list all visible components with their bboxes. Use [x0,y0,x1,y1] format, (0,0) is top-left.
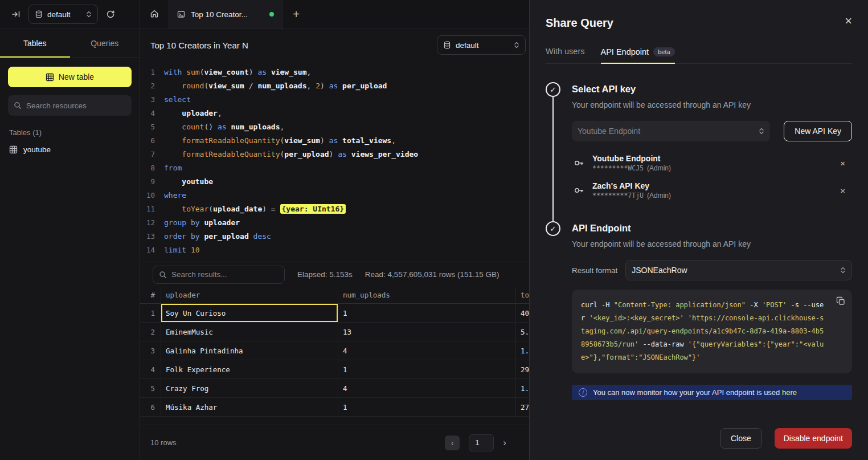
table-cell[interactable]: 6 [140,398,161,416]
copy-icon[interactable] [836,296,845,306]
search-resources-input[interactable] [26,101,126,110]
table-cell[interactable]: 1 [338,360,516,378]
table-cell[interactable]: 4 [338,341,516,360]
new-api-key-button[interactable]: New API Key [784,121,852,141]
table-row[interactable]: 1Soy Un Curioso1407 [140,304,529,323]
step-api-endpoint: ✓ API Endpoint Your endpoint will be acc… [546,221,852,417]
table-cell[interactable]: 1 [140,304,161,322]
table-cell[interactable]: EminemMusic [161,323,338,341]
api-key-select[interactable]: Youtube Endpoint [572,121,770,141]
tab-queries[interactable]: Queries [70,29,140,57]
table-cell[interactable]: Músika Azhar [161,398,338,416]
table-row[interactable]: 4Folk Experience1294 [140,360,529,379]
table-cell[interactable]: 13 [338,323,516,341]
disable-endpoint-button[interactable]: Disable endpoint [775,428,852,449]
query-icon [177,10,185,18]
sql-line[interactable]: with sum(view_count) as view_sum, [164,66,418,79]
result-format-value: JSONEachRow [632,266,687,275]
step2-check-icon: ✓ [546,221,560,236]
step1-title: Select API key [572,84,852,95]
sql-line[interactable]: toYear(upload_date) = {year: UInt16} [164,202,418,216]
sql-line[interactable]: limit 10 [164,243,418,257]
prev-page-button[interactable]: ‹ [445,435,460,450]
monitor-link[interactable]: here [782,388,797,397]
query-tab[interactable]: Top 10 Creator... [169,0,282,29]
sql-line[interactable]: round(view_sum / num_uploads, 2) as per_… [164,79,418,93]
topbar-db-select[interactable]: default [28,5,98,24]
column-header[interactable]: # [140,287,161,303]
sql-line[interactable]: where [164,189,418,202]
table-cell[interactable]: 3 [140,341,161,360]
sql-line[interactable]: count() as num_uploads, [164,120,418,134]
result-format-select[interactable]: JSONEachRow [625,260,852,280]
table-cell[interactable]: 4 [140,360,161,378]
search-icon [14,101,22,109]
sql-line[interactable]: formatReadableQuantity(view_sum) as tota… [164,134,418,148]
home-button[interactable] [140,0,169,29]
table-cell[interactable]: 4 [338,379,516,397]
table-cell[interactable]: 274 [516,398,529,416]
table-cell[interactable]: 1.1 [516,379,529,397]
table-row[interactable]: 2EminemMusic135.1 [140,323,529,341]
step1-rail: ✓ [546,82,560,221]
table-row[interactable]: 5Crazy Frog41.1 [140,379,529,398]
refresh-icon[interactable] [106,10,115,19]
curl-snippet: curl -H "Content-Type: application/json"… [572,290,852,373]
table-cell[interactable]: 5 [140,379,161,397]
editor-header: Top 10 Creators in Year N default [140,29,529,61]
elapsed-stat: Elapsed: 5.153s [297,270,353,279]
tab-api-endpoint[interactable]: API Endpoint beta [601,47,675,64]
home-icon [150,9,159,20]
sidebar-tabs: Tables Queries [0,29,140,58]
table-cell[interactable]: 294 [516,360,529,378]
close-icon[interactable]: × [845,15,852,27]
column-header[interactable]: num_uploads [338,287,516,303]
api-key-name: Zach's API Key [592,181,671,190]
collapse-sidebar-icon[interactable] [11,10,21,19]
chevron-updown-icon [86,10,92,18]
table-cell[interactable]: 5.1 [516,323,529,341]
remove-key-icon[interactable]: × [840,186,850,196]
database-icon [35,10,43,18]
table-cell[interactable]: Crazy Frog [161,379,338,397]
sql-line[interactable]: formatReadableQuantity(per_upload) as vi… [164,148,418,161]
query-editor: Top 10 Creators in Year N default 123456… [140,29,529,460]
table-cell[interactable]: 1.4 [516,341,529,360]
search-results-input[interactable] [171,270,279,279]
table-cell[interactable]: 407 [516,304,529,322]
api-key-meta: *********WCJ5 (Admin) [592,164,671,172]
result-format-label: Result format [572,266,617,275]
sql-editor[interactable]: 1234567891011121314 with sum(view_count)… [140,61,529,262]
remove-key-icon[interactable]: × [840,158,850,168]
table-cell[interactable]: 1 [338,304,516,322]
sql-line[interactable]: from [164,161,418,175]
table-row[interactable]: 6Músika Azhar1274 [140,398,529,417]
table-cell[interactable]: 1 [338,398,516,416]
table-cell[interactable]: 2 [140,323,161,341]
table-row[interactable]: 3Galinha Pintadinha41.4 [140,341,529,360]
sql-line[interactable]: order by per_upload desc [164,230,418,243]
sql-line[interactable]: select [164,93,418,107]
page-number-input[interactable]: 1 [469,434,494,451]
search-icon [159,271,167,279]
topbar-left: default [0,0,140,29]
sql-lines[interactable]: with sum(view_count) as view_sum, round(… [164,66,418,262]
sidebar-table-youtube[interactable]: youtube [0,140,140,158]
new-tab-button[interactable]: + [282,0,310,29]
sql-line[interactable]: youtube [164,175,418,189]
table-cell[interactable]: Galinha Pintadinha [161,341,338,360]
next-page-button[interactable]: › [503,437,506,449]
table-cell[interactable]: Soy Un Curioso [161,304,338,322]
editor-db-select[interactable]: default [437,35,526,55]
read-stat: Read: 4,557,605,031 rows (151.15 GB) [365,270,499,279]
sql-line[interactable]: uploader, [164,107,418,120]
sql-line[interactable]: group by uploader [164,216,418,230]
tab-with-users[interactable]: With users [546,47,585,63]
close-button[interactable]: Close [720,428,762,449]
column-header[interactable]: uploader [161,287,338,303]
new-table-button[interactable]: New table [8,67,132,87]
tab-tables[interactable]: Tables [0,29,70,57]
table-cell[interactable]: Folk Experience [161,360,338,378]
stepper-line [552,97,554,221]
column-header[interactable]: total_views [516,287,529,303]
